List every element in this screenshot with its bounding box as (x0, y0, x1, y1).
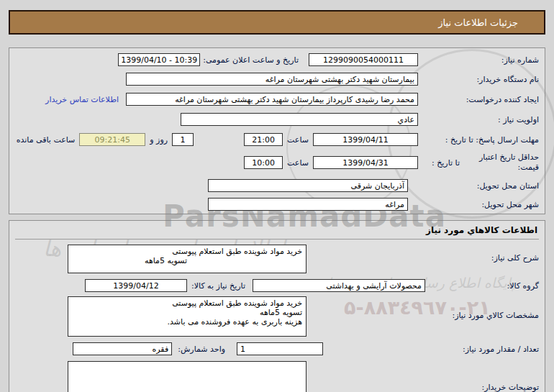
buyer-org-label: نام دستگاه خریدار: (418, 75, 539, 84)
buyer-notes-textarea[interactable] (68, 361, 306, 392)
specs-line1: خرید مواد شوینده طبق استعلام پیوستی (72, 298, 302, 308)
general-description-line1: خرید مواد شوینده طبق استعلام پیوستی (72, 247, 302, 256)
row-general-description: شرح کلی نیاز: خرید مواد شوینده طبق استعل… (15, 245, 539, 273)
province-field[interactable]: آذربایجان شرقی (208, 179, 408, 192)
specs-label: مشخصات کالاي مورد نیاز: (431, 311, 539, 320)
price-validity-label: حداقل تاریخ اعتبارقیمت: (464, 152, 539, 173)
days-remaining-field[interactable]: 1 (172, 133, 194, 146)
title-bar: جزئیات اطلاعات نیاز (9, 10, 545, 35)
row-priority: اولویت نیاز : عادي (15, 113, 539, 126)
unit-field[interactable]: فقره (73, 342, 172, 355)
announce-datetime-field[interactable]: 1399/04/10 - 10:39 (118, 53, 200, 66)
goods-group-label: گروه کالا: (431, 281, 539, 291)
time-remaining-field: 09:21:45 (79, 133, 145, 146)
row-quantity: تعداد / مقدار مورد نیاز: 1 واحد شمارش: ف… (15, 342, 539, 355)
row-buyer-notes: توضیحات خریدار: (15, 361, 539, 392)
city-label: شهر محل تحویل: (418, 200, 539, 209)
need-details-window: ParsNamadData اطلاعات پارس نماد داده ها … (0, 0, 554, 392)
specs-textarea[interactable]: خرید مواد شوینده طبق استعلام پیوستی تسوی… (68, 296, 306, 337)
need-number-field[interactable]: 1299090054000111 (309, 53, 418, 66)
buyer-org-field[interactable]: بیمارستان شهید دکتر بهشتی شهرستان مراغه (126, 73, 418, 86)
page-title: جزئیات اطلاعات نیاز (438, 17, 518, 28)
price-validity-date-field[interactable]: 1399/04/31 (313, 156, 418, 169)
row-province: استان محل تحویل: آذربایجان شرقی (15, 179, 539, 192)
specs-line3: هزینه باربری به عهده فروشنده می باشد. (72, 317, 302, 327)
buyer-contact-link[interactable]: اطلاعات تماس خریدار (45, 95, 119, 104)
announce-datetime-label: تاریخ و ساعت اعلان عمومی: (203, 55, 299, 65)
row-reply-deadline: مهلت ارسال پاسخ: تا تاریخ : 1399/04/11 س… (15, 133, 539, 146)
priority-label: اولویت نیاز : (418, 115, 539, 124)
price-validity-hour-field[interactable]: 10:00 (244, 156, 283, 169)
buyer-notes-label: توضیحات خریدار: (431, 383, 539, 392)
goods-info-panel: اطلاعات کالاهاي مورد نیاز شرح کلی نیاز: … (9, 220, 545, 392)
reply-deadline-hour-label: ساعت (287, 135, 309, 145)
time-remaining-label: ساعت باقی مانده (17, 135, 76, 145)
goods-section-header: اطلاعات کالاهاي مورد نیاز (15, 221, 539, 240)
row-request-creator: ایجاد کننده درخواست: محمد رضا رشیدی کارپ… (15, 93, 539, 106)
general-description-line2: تسویه 5ماهه (72, 256, 302, 265)
province-label: استان محل تحویل: (418, 181, 539, 191)
priority-field[interactable]: عادي (181, 113, 418, 126)
row-specs: مشخصات کالاي مورد نیاز: خرید مواد شوینده… (15, 296, 539, 337)
city-field[interactable]: مراغه (208, 198, 408, 211)
goods-group-field[interactable]: محصولات آرایشی و بهداشتی (253, 279, 425, 292)
need-number-label: شماره نیاز: (418, 55, 539, 65)
days-remaining-label: روز و (150, 135, 168, 145)
price-validity-until-label: تا تاریخ : (418, 158, 460, 168)
request-creator-label: ایجاد کننده درخواست: (418, 95, 539, 104)
need-date-label: تاریخ نیاز به کالا: (191, 281, 245, 291)
need-info-panel: شماره نیاز: 1299090054000111 تاریخ و ساع… (9, 47, 545, 214)
reply-deadline-hour-field[interactable]: 21:00 (244, 133, 283, 146)
unit-label: واحد شمارش: (178, 345, 225, 354)
specs-line2: تسویه 5ماهه (72, 308, 302, 317)
row-goods-group: گروه کالا: محصولات آرایشی و بهداشتی تاری… (15, 279, 539, 292)
need-date-field[interactable]: 1399/04/12 (85, 279, 187, 292)
reply-deadline-label: مهلت ارسال پاسخ: تا تاریخ : (418, 135, 539, 145)
row-price-validity: حداقل تاریخ اعتبارقیمت: تا تاریخ : 1399/… (15, 151, 539, 174)
general-description-textarea[interactable]: خرید مواد شوینده طبق استعلام پیوستی تسوی… (68, 245, 306, 273)
row-buyer-org: نام دستگاه خریدار: بیمارستان شهید دکتر ب… (15, 73, 539, 86)
price-validity-hour-label: ساعت (287, 158, 309, 168)
row-need-number: شماره نیاز: 1299090054000111 تاریخ و ساع… (15, 53, 539, 66)
reply-deadline-date-field[interactable]: 1399/04/11 (313, 133, 418, 146)
quantity-label: تعداد / مقدار مورد نیاز: (431, 345, 539, 354)
row-city: شهر محل تحویل: مراغه (15, 198, 539, 211)
general-description-label: شرح کلی نیاز: (431, 253, 539, 263)
request-creator-field[interactable]: محمد رضا رشیدی کارپرداز بیمارستان شهید د… (126, 93, 418, 106)
quantity-field[interactable]: 1 (237, 342, 323, 355)
